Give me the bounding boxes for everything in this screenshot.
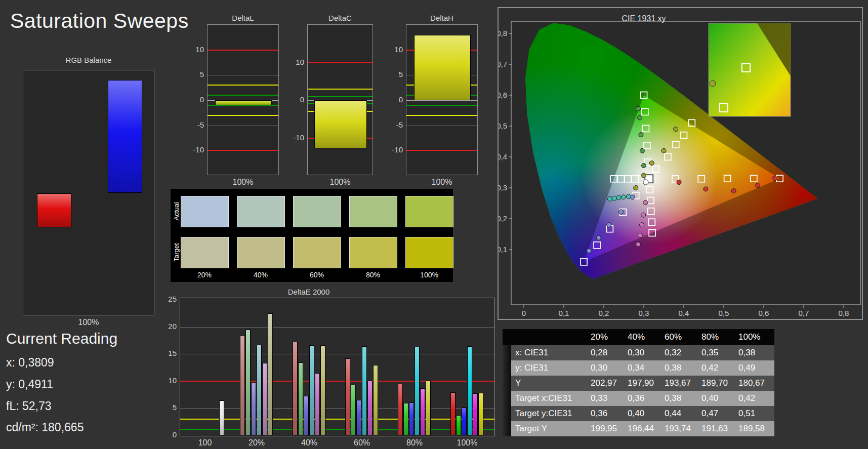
table-row-strip bbox=[503, 360, 511, 376]
saturation-swatch-panel: ActualTarget20%40%60%80%100% bbox=[171, 189, 453, 282]
cie-measured-dot-magenta-80pct bbox=[638, 233, 642, 237]
cie-xtick-label: 0,2 bbox=[599, 309, 609, 317]
delta_c-refline-10 bbox=[308, 62, 373, 63]
table-row-strip bbox=[503, 376, 511, 391]
swatch-col-label-80%: 80% bbox=[366, 271, 380, 279]
delta_l-refline-3 bbox=[208, 85, 278, 86]
calibration-dashboard: Saturation Sweeps RGB Balance100%DeltaL-… bbox=[0, 0, 868, 449]
table-row-strip bbox=[503, 345, 511, 360]
table-row: Y202,97197,90193,67189,70180,67 bbox=[503, 376, 774, 391]
table-row-label: Target Y bbox=[511, 421, 589, 436]
table-cell-y: CIE31-20%: 0,30 bbox=[589, 360, 626, 376]
deltae-bar-100%-4 bbox=[473, 393, 478, 435]
cie-xtick-label: 0,8 bbox=[839, 309, 849, 317]
swatch-target-60% bbox=[293, 237, 341, 268]
deltae-bar-60%-4 bbox=[367, 381, 373, 435]
deltae-bar-20%-1 bbox=[245, 330, 251, 435]
delta_h-bar-100% bbox=[414, 35, 471, 100]
cie-xtick-label: 0,7 bbox=[799, 309, 809, 317]
table-row-label: Target y:CIE31 bbox=[511, 406, 589, 421]
cie-ytick-label: 0,3 bbox=[499, 183, 507, 192]
swatch-actual-20% bbox=[181, 196, 229, 227]
current-reading-cdm2: cd/m²: 180,665 bbox=[6, 421, 84, 434]
delta_h-refline--3 bbox=[406, 115, 477, 116]
table-cell-Target x:CIE31-80%: 0,40 bbox=[699, 391, 736, 406]
table-header-80%: 80% bbox=[699, 329, 736, 345]
deltae-gridline-15 bbox=[180, 354, 494, 354]
deltae-bar-20%-2 bbox=[251, 383, 256, 435]
cie-ytick-label: 0,5 bbox=[499, 121, 507, 130]
cie-measured-dot-magenta-60pct bbox=[640, 223, 644, 227]
table-cell-Target x:CIE31-40%: 0,36 bbox=[626, 391, 663, 406]
cie-measured-dot-blue-100pct bbox=[587, 249, 591, 253]
swatch-target-80% bbox=[349, 237, 397, 268]
deltae-bar-80%-1 bbox=[403, 403, 408, 435]
cie-measured-dot-magenta-40pct bbox=[641, 213, 646, 217]
deltae-bar-40%-3 bbox=[309, 345, 314, 435]
rgb_balance-xlabel: 100% bbox=[78, 318, 99, 327]
table-cell-y: CIE31-80%: 0,42 bbox=[699, 360, 736, 376]
swatch-target-100% bbox=[405, 237, 453, 268]
deltae-bar-80%-0 bbox=[398, 384, 403, 435]
delta_l-ytick-0: 0 bbox=[184, 95, 204, 104]
deltae-bar-60%-3 bbox=[362, 346, 367, 435]
swatch-col-label-20%: 20% bbox=[197, 271, 212, 279]
delta_c-xlabel: 100% bbox=[330, 178, 351, 187]
table-cell-Target y:CIE31-100%: 0,51 bbox=[736, 406, 773, 421]
delta_h-ytick-0: 0 bbox=[383, 95, 403, 104]
delta_h-title: DeltaH bbox=[430, 14, 453, 22]
table-cell-Target Y-100%: 189,58 bbox=[736, 421, 773, 436]
table-cell-Target y:CIE31-20%: 0,36 bbox=[589, 406, 626, 421]
deltae-bar-40%-4 bbox=[315, 373, 320, 435]
swatch-actual-80% bbox=[349, 196, 397, 227]
delta_c-refline-1 bbox=[308, 96, 373, 97]
delta_h-xlabel: 100% bbox=[432, 178, 452, 187]
delta_l-refline--3 bbox=[208, 115, 278, 116]
cie-ytick-label: 0,7 bbox=[499, 60, 507, 68]
table-row-label: Target x:CIE31 bbox=[511, 391, 589, 406]
table-header-60%: 60% bbox=[663, 329, 699, 345]
deltae-bar-100%-2 bbox=[462, 407, 467, 435]
table-row: Target Y199,95196,44193,74191,63189,58 bbox=[503, 421, 774, 436]
deltae-bar-20%-3 bbox=[257, 345, 262, 435]
table-corner-strip bbox=[503, 329, 511, 345]
deltae-ytick-5: 5 bbox=[156, 403, 177, 412]
deltae-gridline-20 bbox=[180, 327, 494, 328]
cie-ytick-label: 0,1 bbox=[499, 245, 507, 254]
delta_l-refline--10 bbox=[208, 150, 278, 151]
cie-xtick-label: 0,4 bbox=[679, 309, 689, 317]
current-reading-title: Current Reading bbox=[6, 330, 117, 347]
delta_l-ytick--10: -10 bbox=[184, 145, 204, 154]
current-reading-y: y: 0,4911 bbox=[6, 378, 53, 391]
deltae-bar-60%-1 bbox=[351, 385, 356, 435]
table-cell-Target y:CIE31-60%: 0,44 bbox=[663, 406, 699, 421]
deltae-bar-100%-5 bbox=[478, 393, 483, 435]
delta_h-refline--10 bbox=[406, 150, 477, 151]
table-row-label: Y bbox=[511, 376, 589, 391]
table-cell-Y-80%: 189,70 bbox=[699, 376, 736, 391]
cie-measured-dot-red-100pct bbox=[773, 176, 777, 181]
deltae-group-label-100%: 100% bbox=[457, 438, 478, 447]
deltae-refline-10 bbox=[180, 381, 494, 382]
cie-ytick-label: 0,8 bbox=[499, 29, 507, 37]
table-row-strip bbox=[503, 391, 511, 406]
cie-ytick-label: 0,6 bbox=[499, 91, 507, 99]
deltae2000-plot-area bbox=[180, 298, 495, 436]
deltae-bar-100%-0 bbox=[450, 392, 456, 435]
deltae-refline-1 bbox=[180, 429, 494, 430]
delta_c-ytick-10: 10 bbox=[284, 58, 304, 66]
cie-measured-dot-blue-40pct bbox=[618, 210, 623, 214]
cie-measured-dot-cyan-100pct bbox=[607, 196, 612, 201]
cie-ytick-label: 0,2 bbox=[499, 214, 507, 223]
rgb_balance-bar-red bbox=[37, 193, 71, 227]
swatch-actual-40% bbox=[237, 196, 285, 227]
table-cell-x: CIE31-60%: 0,32 bbox=[663, 345, 699, 360]
delta_l-ytick-5: 5 bbox=[184, 70, 204, 78]
table-cell-y: CIE31-60%: 0,38 bbox=[663, 360, 699, 376]
deltae-bar-60%-0 bbox=[345, 358, 350, 435]
rgb_balance-bar-blue bbox=[108, 80, 142, 193]
table-cell-y: CIE31-40%: 0,34 bbox=[626, 360, 663, 376]
cie-measured-dot-red-20pct bbox=[677, 180, 681, 185]
delta_h-plot-area bbox=[406, 24, 478, 175]
table-cell-Target y:CIE31-80%: 0,47 bbox=[699, 406, 736, 421]
